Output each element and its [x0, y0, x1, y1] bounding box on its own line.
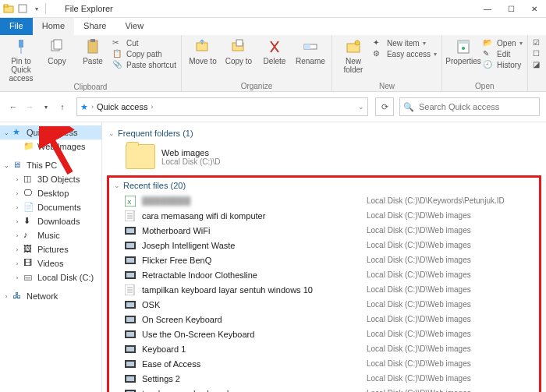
qat-dropdown-icon[interactable]: ▾	[31, 3, 42, 14]
tab-share[interactable]: Share	[74, 18, 115, 35]
recent-file-row[interactable]: tampilkan keyboard layar sentuh windows …	[112, 282, 536, 297]
copy-to-button[interactable]: Copy to	[222, 37, 255, 65]
sidebar-item-3d-objects[interactable]: ›◫3D Objects	[0, 172, 101, 186]
divider	[45, 3, 57, 14]
properties-button[interactable]: Properties	[447, 37, 480, 65]
file-name: OSK	[142, 300, 360, 309]
sidebar-item-local-disk[interactable]: ›🖴Local Disk (C:)	[0, 270, 101, 284]
pin-quick-access-button[interactable]: Pin to Quick access	[5, 37, 37, 83]
edit-button[interactable]: ✎Edit	[483, 49, 522, 58]
quick-access-icon: ★	[80, 102, 88, 112]
svg-rect-31	[126, 273, 134, 277]
svg-rect-25	[126, 228, 134, 233]
refresh-button[interactable]: ⟳	[375, 97, 394, 116]
up-button[interactable]: ↑	[55, 100, 69, 114]
paste-button[interactable]: Paste	[76, 37, 109, 65]
select-none-button[interactable]: ☐Select none	[533, 49, 546, 58]
copy-path-button[interactable]: 📋Copy path	[112, 49, 176, 58]
close-button[interactable]: ✕	[523, 0, 546, 17]
forward-button[interactable]: →	[23, 100, 37, 114]
select-all-button[interactable]: ☑Select all	[533, 38, 546, 48]
history-button[interactable]: 🕘History	[483, 60, 522, 69]
recent-file-row[interactable]: Ease of AccessLocal Disk (C:)\D\Web imag…	[112, 356, 536, 371]
sidebar-item-downloads[interactable]: ›⬇Downloads	[0, 214, 101, 228]
recent-file-row[interactable]: touch screen keyboardLocal Disk (C:)\D\W…	[112, 386, 536, 392]
file-icon	[125, 358, 136, 369]
sidebar-item-network[interactable]: ›🖧Network	[0, 289, 101, 303]
ribbon-group-organize: Move to Copy to Delete Rename Organize	[182, 35, 332, 91]
recent-file-row[interactable]: Joseph Intelligent WasteLocal Disk (C:)\…	[112, 238, 536, 253]
rename-button[interactable]: Rename	[294, 37, 327, 65]
file-path: Local Disk (C:)\D\Web images	[367, 315, 471, 323]
easy-access-button[interactable]: ⚙Easy access▾	[373, 49, 437, 58]
file-path: Local Disk (C:)\D\Keywords\Petunjuk.ID	[367, 196, 505, 205]
svg-rect-12	[304, 44, 310, 49]
file-icon	[125, 314, 136, 325]
file-name: ████████	[142, 196, 360, 206]
move-to-button[interactable]: Move to	[186, 37, 219, 65]
file-path: Local Disk (C:)\D\Web images	[367, 226, 471, 235]
back-button[interactable]: ←	[6, 100, 20, 114]
open-button[interactable]: 📂Open▾	[483, 38, 522, 48]
breadcrumb-segment[interactable]: Quick access	[97, 102, 147, 111]
search-box[interactable]: 🔍	[399, 97, 540, 116]
folder-icon: 📁	[23, 141, 34, 152]
tab-file[interactable]: File	[0, 18, 33, 35]
sidebar-item-this-pc[interactable]: ⌄🖥This PC	[0, 158, 101, 172]
recent-file-row[interactable]: Motherboard WiFiLocal Disk (C:)\D\Web im…	[112, 223, 536, 238]
recent-file-row[interactable]: Keyboard 1Local Disk (C:)\D\Web images	[112, 341, 536, 356]
search-input[interactable]	[417, 101, 536, 112]
recent-file-row[interactable]: Retractable Indoor ClotheslineLocal Disk…	[112, 267, 536, 282]
copy-path-icon: 📋	[112, 49, 123, 58]
search-icon: 🔍	[403, 102, 414, 112]
tab-home[interactable]: Home	[33, 18, 74, 35]
sidebar-item-pictures[interactable]: ›🖼Pictures	[0, 242, 101, 256]
sidebar-item-music[interactable]: ›♪Music	[0, 228, 101, 242]
svg-point-14	[355, 41, 360, 45]
file-name: tampilkan keyboard layar sentuh windows …	[142, 285, 360, 295]
file-icon	[125, 270, 136, 281]
folder-icon[interactable]	[3, 3, 14, 14]
copy-button[interactable]: Copy	[41, 37, 73, 65]
sidebar-item-desktop[interactable]: ›🖵Desktop	[0, 186, 101, 200]
sidebar-item-documents[interactable]: ›📄Documents	[0, 200, 101, 214]
sidebar-item-web-images[interactable]: 📁Web Images	[0, 139, 101, 154]
frequent-header[interactable]: ⌄Frequent folders (1)	[108, 129, 541, 138]
sidebar-item-quick-access[interactable]: ⌄★Quick access	[0, 125, 101, 139]
chevron-right-icon[interactable]: ›	[91, 103, 94, 111]
recent-header[interactable]: ⌄Recent files (20)	[114, 181, 536, 190]
group-title: Select	[533, 82, 546, 91]
recent-file-row[interactable]: X████████Local Disk (C:)\D\Keywords\Petu…	[112, 193, 536, 208]
address-dropdown-icon[interactable]: ⌄	[358, 103, 364, 111]
recent-locations-button[interactable]: ▾	[39, 100, 53, 114]
file-icon	[125, 329, 136, 340]
new-folder-button[interactable]: New folder	[337, 37, 370, 74]
recent-file-row[interactable]: cara memasang wifi di komputerLocal Disk…	[112, 208, 536, 223]
properties-icon[interactable]	[17, 3, 28, 14]
recent-file-row[interactable]: On Screen KeyboardLocal Disk (C:)\D\Web …	[112, 312, 536, 327]
recent-file-row[interactable]: OSKLocal Disk (C:)\D\Web images	[112, 297, 536, 312]
recent-files-list: X████████Local Disk (C:)\D\Keywords\Petu…	[112, 193, 536, 392]
paste-shortcut-button[interactable]: 📎Paste shortcut	[112, 60, 176, 69]
file-path: Local Disk (C:)\D\Web images	[367, 211, 471, 220]
new-item-button[interactable]: ✦New item▾	[373, 38, 437, 48]
file-path: Local Disk (C:)\D\Web images	[367, 374, 471, 383]
svg-rect-47	[126, 376, 134, 381]
sidebar-item-videos[interactable]: ›🎞Videos	[0, 256, 101, 270]
address-bar[interactable]: ★ › Quick access › ⌄	[76, 97, 368, 116]
chevron-right-icon[interactable]: ›	[151, 103, 153, 111]
cut-button[interactable]: ✂Cut	[112, 38, 176, 48]
tab-view[interactable]: View	[115, 18, 153, 35]
minimize-button[interactable]: —	[476, 0, 499, 17]
maximize-button[interactable]: ☐	[499, 0, 523, 17]
open-icon: 📂	[483, 38, 494, 48]
recent-file-row[interactable]: Use the On-Screen KeyboardLocal Disk (C:…	[112, 327, 536, 341]
recent-file-row[interactable]: Settings 2Local Disk (C:)\D\Web images	[112, 371, 536, 386]
frequent-folder-item[interactable]: Web images Local Disk (C:)\D	[107, 141, 541, 175]
file-path: Local Disk (C:)\D\Web images	[367, 241, 471, 249]
ribbon: Pin to Quick access Copy Paste ✂Cut 📋Cop…	[0, 35, 546, 92]
delete-button[interactable]: Delete	[258, 37, 291, 65]
address-bar-row: ← → ▾ ↑ ★ › Quick access › ⌄ ⟳ 🔍	[0, 92, 546, 122]
recent-file-row[interactable]: Flicker Free BenQLocal Disk (C:)\D\Web i…	[112, 253, 536, 267]
invert-selection-button[interactable]: ◪Invert selection	[533, 60, 546, 69]
